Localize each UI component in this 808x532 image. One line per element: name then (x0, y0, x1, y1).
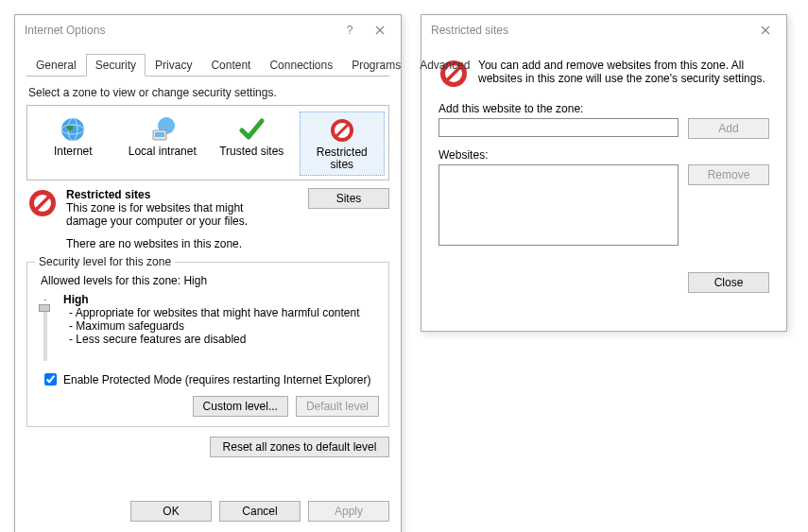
default-level-button[interactable]: Default level (296, 396, 379, 417)
intranet-icon (123, 113, 203, 146)
zone-restricted-l2: sites (330, 158, 353, 171)
add-website-button[interactable]: Add (688, 118, 769, 139)
zone-trusted[interactable]: Trusted sites (210, 112, 294, 176)
restricted-icon (302, 114, 383, 146)
zone-intranet-label: Local intranet (123, 146, 203, 158)
titlebar-restricted: Restricted sites (421, 15, 786, 45)
level-d2: - Maximum safeguards (69, 319, 379, 333)
remove-website-button[interactable]: Remove (688, 164, 769, 185)
help-button[interactable]: ? (336, 21, 363, 40)
tab-content[interactable]: Content (201, 54, 260, 77)
apply-button[interactable]: Apply (308, 501, 389, 522)
add-website-input[interactable] (438, 118, 679, 137)
zone-selector: Internet Local intranet Trusted sites (26, 105, 389, 180)
restricted-intro-text: You can add and remove websites from thi… (478, 59, 769, 89)
zone-internet[interactable]: Internet (31, 112, 115, 176)
window-title-restricted: Restricted sites (431, 24, 508, 37)
svg-point-2 (61, 118, 84, 141)
zone-restricted-l1: Restricted (317, 146, 368, 159)
tab-general[interactable]: General (26, 54, 86, 77)
svg-rect-7 (155, 132, 164, 137)
tab-advanced[interactable]: Advanced (410, 54, 479, 77)
zone-internet-label: Internet (33, 146, 113, 158)
restricted-icon-large (26, 188, 59, 250)
close-icon (375, 26, 385, 35)
globe-icon (33, 113, 113, 146)
reset-zones-button[interactable]: Reset all zones to default level (210, 437, 389, 457)
window-title: Internet Options (25, 24, 105, 37)
zone-intro: Select a zone to view or change security… (28, 86, 387, 99)
cancel-button[interactable]: Cancel (219, 501, 301, 522)
zone-desc-line1: This zone is for websites that might (66, 201, 301, 215)
zone-restricted-label: Restricted sites (302, 146, 383, 171)
tab-privacy[interactable]: Privacy (146, 54, 201, 77)
security-level-group: Security level for this zone Allowed lev… (26, 262, 389, 427)
titlebar: Internet Options ? (15, 15, 401, 45)
security-level-legend: Security level for this zone (35, 255, 175, 268)
tab-programs[interactable]: Programs (342, 54, 410, 77)
level-name: High (63, 293, 379, 306)
checkmark-icon (212, 113, 292, 146)
close-icon (761, 26, 770, 35)
zone-intranet[interactable]: Local intranet (121, 112, 205, 176)
websites-listbox[interactable] (438, 164, 679, 246)
level-description: High - Appropriate for websites that mig… (63, 293, 379, 361)
websites-label: Websites: (438, 148, 769, 162)
zone-restricted[interactable]: Restricted sites (300, 112, 386, 176)
protected-mode-checkbox[interactable] (44, 373, 57, 386)
level-d1: - Appropriate for websites that might ha… (69, 306, 379, 319)
security-level-slider[interactable]: - (37, 293, 54, 361)
zone-desc-title: Restricted sites (66, 188, 301, 201)
internet-options-dialog: Internet Options ? General Security Priv… (14, 14, 402, 532)
level-d3: - Less secure features are disabled (69, 333, 379, 346)
custom-level-button[interactable]: Custom level... (193, 396, 288, 417)
allowed-levels: Allowed levels for this zone: High (41, 274, 379, 287)
ok-button[interactable]: OK (130, 501, 212, 522)
zone-trusted-label: Trusted sites (212, 146, 292, 158)
sites-button[interactable]: Sites (308, 188, 389, 209)
close-dialog-button[interactable]: Close (688, 272, 769, 293)
zone-desc-empty: There are no websites in this zone. (66, 237, 301, 250)
add-website-label: Add this website to the zone: (438, 102, 769, 115)
close-button-restricted[interactable] (752, 21, 779, 40)
tab-connections[interactable]: Connections (260, 54, 342, 77)
protected-mode-label: Enable Protected Mode (requires restarti… (63, 373, 371, 386)
tabs: General Security Privacy Content Connect… (26, 53, 389, 77)
close-button[interactable] (367, 21, 393, 40)
tab-security[interactable]: Security (86, 54, 146, 77)
zone-desc-line2: damage your computer or your files. (66, 215, 301, 228)
zone-description-row: Restricted sites This zone is for websit… (26, 188, 389, 250)
